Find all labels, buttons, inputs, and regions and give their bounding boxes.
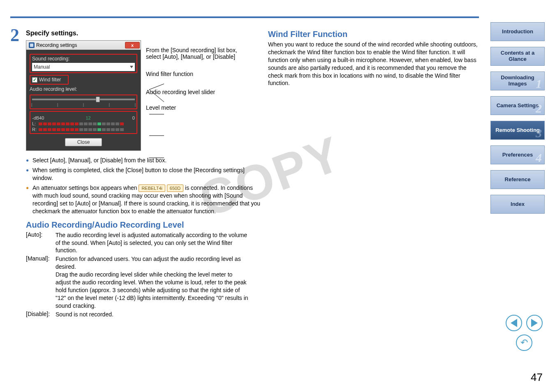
- sidebar-item-contents[interactable]: Contents at a Glance: [490, 47, 545, 66]
- meter-L: L:: [32, 121, 135, 126]
- page-number: 47: [531, 371, 543, 384]
- sound-recording-label: Sound recording:: [32, 56, 135, 62]
- wind-filter-paragraph: When you want to reduce the sound of the…: [268, 41, 480, 87]
- app-icon: [29, 42, 35, 48]
- mode-manual-desc: Function for advanced users. You can adj…: [56, 255, 249, 309]
- close-button[interactable]: Close: [65, 138, 102, 146]
- mode-disable-desc: Sound is not recorded.: [56, 311, 249, 318]
- badge-rebelt4i: REBELT4i: [139, 184, 165, 192]
- wind-filter-label: Wind filter: [39, 77, 61, 83]
- sidebar-item-preferences[interactable]: Preferences4: [490, 145, 545, 164]
- top-rule: [10, 16, 479, 18]
- mode-disable-label: [Disable]:: [26, 311, 56, 318]
- sidebar-item-camera-settings[interactable]: Camera Settings2: [490, 96, 545, 115]
- sound-recording-dropdown[interactable]: Manual: [32, 63, 135, 71]
- wind-filter-checkbox-row[interactable]: ✓ Wind filter: [30, 75, 69, 85]
- audio-level-slider[interactable]: [32, 99, 135, 100]
- modes-list: [Auto]: The audio recording level is adj…: [26, 231, 261, 318]
- arrow-left-icon: [511, 319, 517, 327]
- slider-thumb[interactable]: [96, 97, 100, 102]
- prev-page-button[interactable]: [506, 315, 522, 331]
- callout-dropdown: From the [Sound recording] list box, sel…: [146, 47, 240, 60]
- bullet-3: An attenuator settings box appears when …: [26, 184, 261, 215]
- nav-cluster: ↶: [506, 315, 543, 351]
- back-button[interactable]: ↶: [516, 334, 532, 351]
- callout-level-meter: Level meter: [146, 104, 240, 111]
- sidebar: Introduction Contents at a Glance Downlo…: [490, 22, 545, 214]
- chevron-down-icon: [130, 66, 133, 68]
- db-left: -dB40: [32, 115, 44, 120]
- window-titlebar: Recording settings x: [26, 41, 141, 50]
- bullet-list: Select [Auto], [Manual], or [Disable] fr…: [26, 157, 261, 215]
- window-title: Recording settings: [36, 42, 77, 48]
- mode-auto-desc: The audio recording level is adjusted au…: [56, 231, 249, 255]
- badge-650d: 650D: [167, 184, 183, 192]
- sidebar-item-introduction[interactable]: Introduction: [490, 22, 545, 41]
- dropdown-value: Manual: [34, 64, 50, 70]
- step-title: Specify settings.: [26, 30, 261, 37]
- mode-auto-label: [Auto]:: [26, 231, 56, 255]
- callout-slider: Audio recording level slider: [146, 89, 240, 95]
- sidebar-item-remote-shooting[interactable]: Remote Shooting3: [490, 121, 545, 140]
- db-right: 0: [132, 115, 135, 120]
- level-meter-group: -dB40 12 0 L: R:: [30, 111, 137, 134]
- bullet-2: When setting is completed, click the [Cl…: [26, 166, 261, 182]
- section-audio-heading: Audio Recording/Audio Recording Level: [26, 220, 261, 230]
- sidebar-item-reference[interactable]: Reference: [490, 170, 545, 189]
- checkbox-icon[interactable]: ✓: [32, 77, 37, 83]
- right-column: Wind Filter Function When you want to re…: [268, 30, 480, 87]
- callouts: From the [Sound recording] list box, sel…: [146, 40, 240, 122]
- close-icon[interactable]: x: [125, 42, 140, 48]
- meter-R: R:: [32, 127, 135, 132]
- db-mid: 12: [86, 115, 90, 120]
- sidebar-item-downloading[interactable]: Downloading Images1: [490, 71, 545, 90]
- screenshot-window: Recording settings x Sound recording: Ma…: [26, 40, 141, 151]
- left-column: Specify settings. Recording settings x S…: [10, 30, 261, 319]
- sidebar-item-index[interactable]: Index: [490, 195, 545, 214]
- undo-icon: ↶: [520, 337, 528, 348]
- wind-filter-heading: Wind Filter Function: [268, 30, 480, 39]
- bullet-1: Select [Auto], [Manual], or [Disable] fr…: [26, 157, 261, 164]
- next-page-button[interactable]: [526, 315, 543, 331]
- audio-level-slider-group: |||||: [30, 95, 137, 109]
- audio-level-label: Audio recording level:: [30, 86, 137, 92]
- sound-recording-group: Sound recording: Manual: [30, 54, 137, 73]
- mode-manual-label: [Manual]:: [26, 255, 56, 309]
- arrow-right-icon: [531, 319, 538, 327]
- callout-wind-filter: Wind filter function: [146, 71, 240, 77]
